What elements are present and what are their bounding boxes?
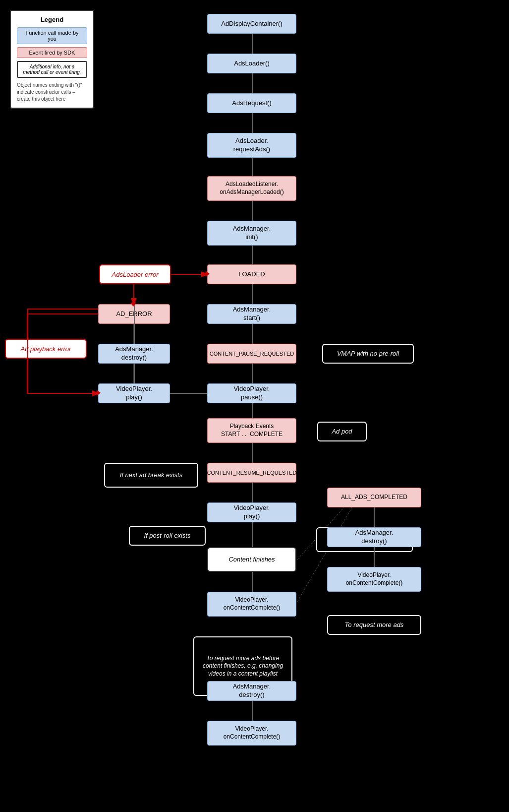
connector-8 bbox=[252, 324, 253, 344]
red-arrow-h bbox=[171, 274, 207, 275]
red-loop-v bbox=[27, 309, 28, 393]
connector-12 bbox=[252, 483, 253, 502]
connector-15 bbox=[252, 701, 253, 721]
connector-5 bbox=[252, 201, 253, 221]
legend-italic-item: Additional info, not a method call or ev… bbox=[17, 61, 87, 78]
legend-pink-box: Event fired by SDK bbox=[17, 47, 87, 58]
legend-blue-item: Function call made by you bbox=[17, 27, 87, 44]
red-arrowhead bbox=[206, 271, 210, 277]
ad-pod-box: Ad pod bbox=[317, 422, 367, 441]
video-player-content-complete2-box: VideoPlayer. onContentComplete() bbox=[327, 567, 421, 592]
ads-loader-box: AdsLoader() bbox=[207, 54, 296, 73]
connector-11 bbox=[252, 443, 253, 463]
connector-13 bbox=[252, 522, 253, 547]
connector-7 bbox=[252, 284, 253, 304]
legend: Legend Function call made by you Event f… bbox=[10, 10, 94, 109]
red-loop-arrowhead bbox=[97, 390, 101, 396]
to-request-more-ads-box: To request more ads bbox=[327, 615, 421, 635]
ads-loader-request-box: AdsLoader. requestAds() bbox=[207, 133, 296, 158]
connector-4 bbox=[252, 158, 253, 176]
video-player-play1-box: VideoPlayer. play() bbox=[98, 383, 170, 403]
connector-14 bbox=[252, 572, 253, 592]
vmap-no-preroll-box: VMAP with no pre-roll bbox=[322, 344, 414, 364]
legend-note: Object names ending with "()" indicate c… bbox=[17, 82, 87, 103]
connector-r1 bbox=[374, 507, 375, 527]
connector-9 bbox=[252, 364, 253, 383]
connector-destroy bbox=[134, 364, 135, 383]
diagram-container: Legend Function call made by you Event f… bbox=[0, 0, 509, 812]
connector-r2 bbox=[374, 547, 375, 567]
all-ads-completed-box: ALL_ADS_COMPLETED bbox=[327, 488, 421, 507]
connector-6 bbox=[252, 246, 253, 264]
ads-manager-init-box: AdsManager. init() bbox=[207, 221, 296, 246]
loaded-box: LOADED bbox=[207, 264, 296, 284]
content-resume-requested-box: CONTENT_RESUME_REQUESTED bbox=[207, 463, 296, 483]
if-post-roll-box: If post-roll exists bbox=[129, 526, 206, 546]
if-next-ad-break-box: If next ad break exists bbox=[104, 463, 198, 488]
ads-manager-destroy3-box: AdsManager. destroy() bbox=[207, 681, 296, 701]
connector-1 bbox=[252, 34, 253, 54]
legend-blue-box: Function call made by you bbox=[17, 27, 87, 44]
legend-pink-item: Event fired by SDK bbox=[17, 47, 87, 58]
video-player-play2-box: VideoPlayer. play() bbox=[207, 502, 296, 522]
ads-manager-start-box: AdsManager. start() bbox=[207, 304, 296, 324]
ads-manager-destroy2-box: AdsManager. destroy() bbox=[327, 527, 421, 547]
video-player-content-complete3-box: VideoPlayer. onContentComplete() bbox=[207, 721, 296, 746]
content-finishes-box: Content finishes bbox=[207, 547, 296, 572]
video-player-content-complete1-box: VideoPlayer. onContentComplete() bbox=[207, 592, 296, 617]
connector-10 bbox=[252, 403, 253, 418]
ads-manager-destroy1-box: AdsManager. destroy() bbox=[98, 344, 170, 364]
playback-events-box: Playback Events START . . .COMPLETE bbox=[207, 418, 296, 443]
red-loop-h-bot bbox=[27, 393, 98, 394]
ads-request-box: AdsRequest() bbox=[207, 93, 296, 113]
video-player-pause-box: VideoPlayer. pause() bbox=[207, 383, 296, 403]
content-pause-requested-box: CONTENT_PAUSE_REQUESTED bbox=[207, 344, 296, 364]
connector-2 bbox=[252, 73, 253, 93]
ads-loaded-listener-box: AdsLoadedListener. onAdsManagerLoaded() bbox=[207, 176, 296, 201]
legend-title: Legend bbox=[17, 16, 87, 23]
connector-aderror bbox=[134, 304, 135, 344]
red-arrowhead-v bbox=[130, 303, 136, 307]
connector-3 bbox=[252, 113, 253, 133]
connector-h-play-pause bbox=[170, 393, 207, 394]
ad-playback-error-label: Ad playback error bbox=[5, 339, 87, 359]
red-arrow-v bbox=[133, 284, 134, 304]
red-loop-h-top bbox=[27, 309, 98, 310]
legend-italic-box: Additional info, not a method call or ev… bbox=[17, 61, 87, 78]
adsloader-error-label: AdsLoader error bbox=[99, 264, 171, 284]
ad-display-container-box: AdDisplayContainer() bbox=[207, 14, 296, 34]
